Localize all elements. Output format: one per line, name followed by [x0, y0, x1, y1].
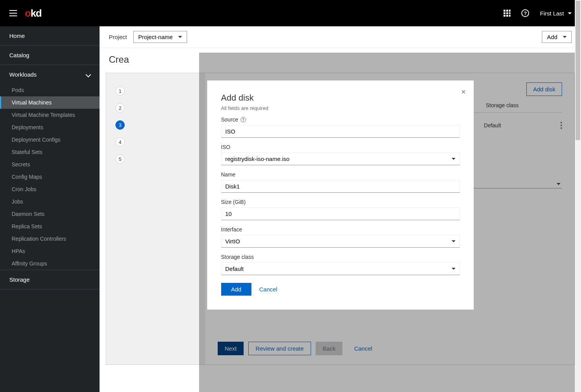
nav-replica-sets[interactable]: Replica Sets: [0, 220, 100, 233]
iso-label: ISO: [221, 144, 460, 150]
modal-footer: Add Cancel: [221, 283, 460, 296]
add-disk-modal: × Add disk All fields are required Sourc…: [207, 80, 474, 310]
caret-down-icon: [452, 240, 456, 242]
source-label: Source ?: [221, 116, 460, 123]
help-icon[interactable]: ?: [241, 117, 246, 122]
okd-logo: okd: [25, 7, 41, 19]
project-label: Project: [109, 34, 127, 40]
header-right: ? First Last: [504, 9, 572, 17]
user-menu[interactable]: First Last: [540, 10, 572, 17]
nav-home[interactable]: Home: [0, 26, 100, 45]
logo-o: o: [25, 7, 31, 19]
nav-config-maps[interactable]: Config Maps: [0, 171, 100, 183]
modal-title: Add disk: [221, 93, 460, 103]
wizard-step-3[interactable]: 3: [106, 116, 205, 134]
main-content: Project Project-name Add Crea 1 2 3 4 5: [100, 26, 581, 392]
close-icon[interactable]: ×: [461, 87, 466, 96]
help-icon[interactable]: ?: [521, 9, 529, 17]
nav-deployment-configs[interactable]: Deployment Configs: [0, 134, 100, 146]
user-name: First Last: [540, 10, 564, 17]
nav-storage[interactable]: Storage: [0, 270, 100, 289]
name-label: Name: [221, 171, 460, 178]
interface-select[interactable]: VirtIO: [221, 235, 460, 248]
size-input[interactable]: [221, 207, 460, 220]
toolbar: Project Project-name Add: [100, 26, 581, 48]
add-dropdown[interactable]: Add: [542, 31, 572, 43]
scrollbar-track[interactable]: [575, 0, 581, 392]
nav-vm-templates[interactable]: Virtual Machine Templates: [0, 109, 100, 121]
nav-stateful-sets[interactable]: Stateful Sets: [0, 146, 100, 158]
caret-down-icon: [568, 12, 572, 14]
caret-down-icon: [563, 36, 567, 38]
caret-down-icon: [452, 158, 456, 160]
storage-class-label: Storage class: [221, 254, 460, 260]
modal-subtitle: All fields are required: [221, 105, 460, 111]
project-value: Project-name: [138, 34, 173, 40]
nav-replication-controllers[interactable]: Replication Controllers: [0, 233, 100, 245]
navigation-sidebar: Home Catalog Workloads Pods Virtual Mach…: [0, 26, 100, 392]
header-left: okd: [9, 7, 41, 19]
wizard-step-1[interactable]: 1: [106, 82, 205, 99]
caret-down-icon: [452, 268, 456, 270]
scrollbar-thumb[interactable]: [576, 1, 580, 140]
project-section: Project Project-name: [109, 31, 187, 43]
storage-class-select[interactable]: Default: [221, 262, 460, 275]
wizard-step-4[interactable]: 4: [106, 134, 205, 151]
nav-hpas[interactable]: HPAs: [0, 245, 100, 257]
nav-workloads[interactable]: Workloads: [0, 65, 100, 84]
nav-cron-jobs[interactable]: Cron Jobs: [0, 183, 100, 195]
nav-catalog[interactable]: Catalog: [0, 46, 100, 65]
nav-affinity-groups[interactable]: Affinity Groups: [0, 257, 100, 270]
nav-daemon-sets[interactable]: Daemon Sets: [0, 208, 100, 220]
interface-label: Interface: [221, 226, 460, 233]
nav-pods[interactable]: Pods: [0, 84, 100, 96]
wizard-steps-sidebar: 1 2 3 4 5: [106, 73, 205, 365]
source-input[interactable]: [221, 125, 460, 138]
caret-down-icon: [178, 36, 182, 38]
logo-kd: kd: [31, 7, 41, 19]
wizard-step-5[interactable]: 5: [106, 151, 205, 168]
size-label: Size (GiB): [221, 199, 460, 205]
wizard-step-2[interactable]: 2: [106, 99, 205, 116]
nav-secrets[interactable]: Secrets: [0, 158, 100, 171]
nav-deployments[interactable]: Deployments: [0, 121, 100, 134]
nav-jobs[interactable]: Jobs: [0, 195, 100, 208]
name-input[interactable]: [221, 180, 460, 193]
hamburger-menu-icon[interactable]: [9, 10, 17, 16]
chevron-down-icon: [86, 72, 91, 77]
nav-virtual-machines[interactable]: Virtual Machines: [0, 96, 100, 109]
add-label: Add: [547, 34, 557, 40]
project-dropdown[interactable]: Project-name: [133, 31, 187, 43]
top-header: okd ? First Last: [0, 0, 581, 26]
modal-add-button[interactable]: Add: [221, 283, 252, 296]
apps-grid-icon[interactable]: [504, 10, 511, 17]
modal-cancel-button[interactable]: Cancel: [259, 286, 277, 293]
iso-select[interactable]: registrydisk-iso-name.iso: [221, 152, 460, 165]
